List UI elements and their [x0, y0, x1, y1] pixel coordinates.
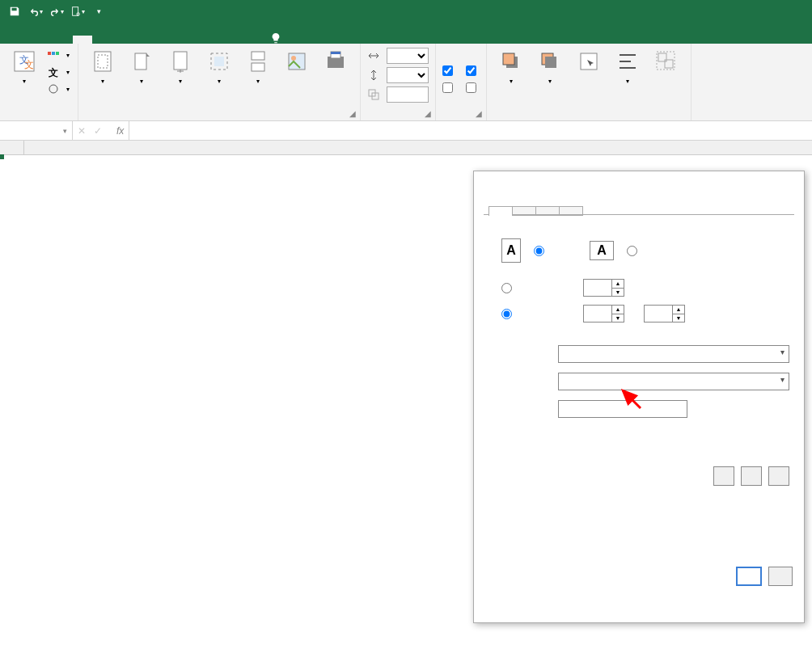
height-icon: [367, 69, 380, 82]
save-button[interactable]: [5, 2, 24, 20]
formula-input[interactable]: [129, 121, 812, 140]
tell-me-search[interactable]: [270, 32, 285, 44]
svg-rect-28: [545, 57, 556, 68]
ok-button[interactable]: [736, 567, 762, 586]
name-box[interactable]: ▾: [0, 121, 73, 140]
touch-mode-button[interactable]: ▾: [68, 2, 87, 20]
tab-review[interactable]: [136, 36, 155, 44]
svg-rect-26: [503, 53, 514, 65]
group-arrange: ▾ ▾ ▾: [487, 44, 691, 120]
group-button[interactable]: [649, 47, 684, 117]
group-page-setup: ▾ ▾ ▾ ▾ ▾ ◢: [78, 44, 361, 120]
size-button[interactable]: ▾: [163, 47, 198, 117]
svg-rect-7: [56, 52, 59, 55]
tab-home[interactable]: [31, 36, 50, 44]
cancel-formula-icon[interactable]: ✕: [78, 125, 86, 137]
fit-to-radio[interactable]: ▲▼ ▲▼: [501, 305, 789, 322]
fx-icon[interactable]: fx: [116, 125, 124, 137]
bring-forward-icon: [498, 48, 524, 74]
gridlines-print-checkbox[interactable]: [442, 79, 456, 95]
gridlines-view-checkbox[interactable]: [442, 62, 456, 78]
size-icon: [167, 48, 193, 74]
tab-baidu[interactable]: [241, 36, 260, 44]
width-scale[interactable]: [367, 47, 429, 65]
column-headers: [0, 141, 812, 155]
tab-power-pivot[interactable]: [220, 36, 239, 44]
svg-rect-18: [289, 53, 305, 70]
enter-formula-icon[interactable]: ✓: [94, 125, 102, 137]
print-button[interactable]: [713, 466, 734, 486]
tab-view[interactable]: [157, 36, 176, 44]
print-area-icon: [206, 48, 232, 74]
tab-page-layout[interactable]: [73, 36, 92, 44]
print-preview-button[interactable]: [741, 466, 762, 486]
fonts-icon: 文: [47, 65, 60, 78]
select-all-button[interactable]: [0, 141, 24, 154]
options-button[interactable]: [768, 466, 789, 486]
svg-rect-16: [252, 52, 264, 60]
scale-percent: [367, 86, 429, 103]
svg-rect-15: [214, 57, 224, 66]
selection-indicator: [0, 155, 3, 158]
themes-button[interactable]: 文文 ▾: [6, 47, 42, 117]
svg-rect-12: [135, 53, 146, 70]
page-setup-launcher[interactable]: ◢: [347, 108, 358, 119]
margins-button[interactable]: ▾: [85, 47, 121, 117]
tab-help[interactable]: [199, 36, 218, 44]
tab-data[interactable]: [115, 36, 134, 44]
breaks-button[interactable]: ▾: [240, 47, 276, 117]
scale-launcher[interactable]: ◢: [422, 108, 433, 119]
sheet-options-launcher[interactable]: ◢: [473, 108, 484, 119]
quick-access-toolbar: ▾ ▾ ▾ ▾: [5, 2, 108, 20]
background-icon: [284, 48, 310, 74]
orientation-icon: [129, 48, 154, 74]
svg-rect-6: [52, 52, 55, 55]
fonts-button[interactable]: 文▾: [45, 64, 71, 80]
svg-rect-13: [174, 52, 187, 70]
send-backward-button[interactable]: ▾: [532, 47, 568, 117]
cancel-button[interactable]: [768, 567, 793, 586]
width-icon: [367, 49, 380, 62]
landscape-radio[interactable]: [627, 246, 641, 256]
scale-to-radio[interactable]: ▲▼: [501, 279, 789, 297]
print-titles-icon: [323, 48, 349, 74]
headings-view-checkbox[interactable]: [466, 62, 480, 78]
dialog-tab-page[interactable]: [488, 206, 513, 216]
effects-button[interactable]: ▾: [45, 81, 71, 97]
portrait-icon: A: [501, 238, 521, 263]
svg-point-19: [291, 56, 296, 61]
tab-formulas[interactable]: [94, 36, 113, 44]
tab-file[interactable]: [6, 36, 29, 44]
headings-print-checkbox[interactable]: [466, 79, 480, 95]
print-quality-select[interactable]: [558, 373, 789, 390]
dialog-titlebar[interactable]: [474, 171, 804, 197]
redo-button[interactable]: ▾: [47, 2, 66, 20]
tab-developer[interactable]: [178, 36, 197, 44]
height-scale[interactable]: [367, 66, 429, 84]
title-bar: ▾ ▾ ▾ ▾: [0, 0, 812, 23]
formula-bar: ▾ ✕ ✓ fx: [0, 121, 812, 141]
print-titles-button[interactable]: [318, 47, 353, 117]
undo-button[interactable]: ▾: [26, 2, 45, 20]
send-backward-icon: [537, 48, 563, 74]
portrait-radio[interactable]: [534, 246, 548, 256]
group-icon: [653, 48, 679, 74]
print-area-button[interactable]: ▾: [201, 47, 237, 117]
colors-icon: [47, 48, 60, 61]
tab-insert[interactable]: [52, 36, 71, 44]
themes-icon: 文文: [11, 48, 37, 74]
first-page-input[interactable]: [558, 400, 687, 418]
background-button[interactable]: [279, 47, 315, 117]
paper-size-select[interactable]: [558, 345, 789, 363]
svg-rect-32: [657, 52, 675, 70]
orientation-button[interactable]: ▾: [124, 47, 159, 117]
colors-button[interactable]: ▾: [45, 47, 71, 63]
svg-rect-5: [48, 52, 51, 55]
fit-width-spinner[interactable]: ▲▼: [583, 305, 624, 322]
align-button[interactable]: ▾: [610, 47, 645, 117]
qat-customize-button[interactable]: ▾: [89, 2, 108, 20]
fit-height-spinner[interactable]: ▲▼: [644, 305, 685, 322]
bring-forward-button[interactable]: ▾: [493, 47, 529, 117]
selection-pane-button[interactable]: [571, 47, 607, 117]
svg-rect-0: [73, 7, 78, 16]
